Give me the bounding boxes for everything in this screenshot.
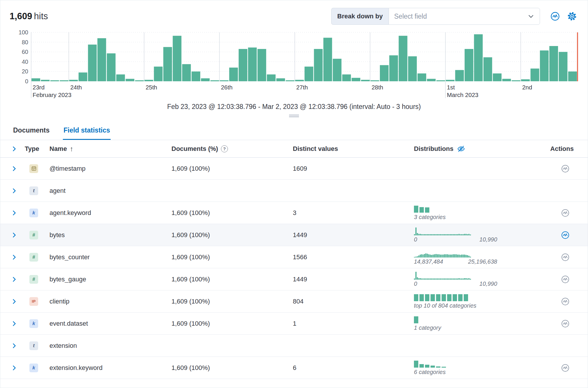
- explore-field-button[interactable]: [561, 209, 570, 217]
- expand-row-button[interactable]: [11, 364, 18, 371]
- expand-row-button[interactable]: [11, 232, 18, 239]
- field-documents-percent: 1,609 (100%): [167, 165, 288, 172]
- chevron-right-icon: [11, 343, 17, 349]
- table-header: Type Name ↑ Documents (%) ? Distinct val…: [0, 140, 588, 158]
- histogram-sparkline-bar: [444, 234, 445, 235]
- top-values-sparkline: 3 categories: [414, 205, 446, 221]
- expand-row-button[interactable]: [11, 187, 18, 194]
- svg-text:0: 0: [25, 78, 28, 84]
- edit-visualization-button[interactable]: [549, 10, 562, 23]
- histogram-bar: [50, 80, 59, 81]
- histogram-sparkline-bar: [414, 257, 415, 258]
- svg-text:20: 20: [22, 68, 28, 75]
- field-table-body: @timestamp1,609 (100%)1609tagentkagent.k…: [0, 158, 588, 379]
- expand-row-button[interactable]: [11, 254, 18, 261]
- help-icon[interactable]: ?: [221, 145, 228, 152]
- expand-row-button[interactable]: [11, 165, 18, 172]
- histogram-sparkline-bar: [453, 234, 454, 235]
- category-bar: [419, 294, 424, 301]
- histogram-sparkline-bar: [421, 234, 422, 235]
- histogram-sparkline-bar: [427, 254, 428, 258]
- field-distribution: 010,990: [409, 227, 548, 243]
- topbar: 1,609hits Break down by Select field: [0, 0, 588, 25]
- expand-row-button[interactable]: [11, 209, 18, 216]
- explore-field-button[interactable]: [561, 253, 570, 262]
- chart-resize-handle[interactable]: [289, 115, 299, 117]
- breakdown-field-select[interactable]: Select field: [389, 8, 540, 25]
- histogram-sparkline-bar: [421, 278, 422, 280]
- field-documents-percent: 1,609 (100%): [167, 364, 288, 372]
- explore-field-button[interactable]: [561, 164, 570, 173]
- table-row: #bytes_gauge1,609 (100%)1449010,990: [0, 268, 588, 290]
- histogram-bar: [173, 36, 181, 81]
- field-stats-chart-icon: [561, 164, 570, 173]
- histogram-bar: [474, 34, 483, 81]
- explore-field-button[interactable]: [561, 364, 570, 372]
- expand-all-button[interactable]: [11, 145, 18, 152]
- explore-field-button[interactable]: [561, 297, 570, 306]
- histogram-sparkline-bar: [424, 254, 425, 258]
- histogram-sparkline-bar: [461, 278, 462, 280]
- histogram-sparkline-bar: [467, 234, 468, 235]
- field-distribution: 010,990: [409, 271, 548, 287]
- distribution-min-label: 0: [414, 236, 417, 243]
- eye-off-icon[interactable]: [457, 145, 465, 153]
- number-field-icon: #: [29, 253, 38, 262]
- histogram-bar: [276, 78, 285, 81]
- histogram-sparkline-bar: [415, 227, 417, 235]
- histogram-sparkline-bar: [441, 278, 442, 280]
- histogram-sparkline-bar: [425, 278, 426, 280]
- explore-field-button[interactable]: [561, 231, 570, 239]
- field-distribution: 6 categories: [409, 360, 548, 375]
- histogram-bar: [389, 55, 398, 81]
- histogram-bar: [521, 79, 530, 81]
- histogram-bar: [559, 52, 568, 81]
- explore-field-button[interactable]: [561, 319, 570, 328]
- category-bar: [442, 367, 446, 368]
- histogram-sparkline-bar: [448, 255, 449, 258]
- col-header-name[interactable]: Name ↑: [45, 145, 167, 153]
- histogram-sparkline-bar: [435, 278, 437, 280]
- category-bar: [414, 294, 418, 301]
- sort-ascending-icon[interactable]: ↑: [70, 145, 73, 153]
- histogram-sparkline-bar: [428, 278, 429, 280]
- chart-settings-button[interactable]: [566, 10, 578, 23]
- tab-field-statistics[interactable]: Field statistics: [63, 121, 111, 140]
- view-tabs: Documents Field statistics: [0, 121, 588, 140]
- category-bar: [414, 316, 418, 323]
- histogram-bar: [258, 49, 266, 81]
- field-name: extension: [45, 342, 167, 350]
- hits-histogram-chart[interactable]: 02040608010023rdFebruary 202324th25th26t…: [10, 29, 578, 101]
- distribution-min-label: 0: [414, 281, 417, 287]
- expand-row-button[interactable]: [11, 320, 18, 327]
- histogram-sparkline-bar: [451, 234, 452, 235]
- category-bar: [414, 361, 418, 368]
- expand-row-button[interactable]: [11, 298, 18, 305]
- histogram-bar: [88, 45, 97, 81]
- chevron-right-icon: [11, 188, 17, 194]
- histogram-sparkline-bar: [434, 278, 435, 280]
- histogram-sparkline-bar: [456, 254, 457, 258]
- field-stats-chart-icon: [561, 319, 570, 328]
- histogram-sparkline-bar: [433, 278, 434, 280]
- histogram-sparkline-bar: [433, 234, 434, 235]
- histogram-sparkline-bar: [450, 255, 451, 258]
- histogram-sparkline-bar: [457, 234, 458, 235]
- histogram-sparkline-bar: [467, 278, 468, 280]
- histogram-sparkline-bar: [437, 234, 438, 235]
- histogram-sparkline-bar: [464, 234, 465, 235]
- histogram-sparkline-bar: [434, 254, 435, 258]
- histogram-sparkline-bar: [458, 255, 460, 258]
- histogram-bar: [295, 80, 304, 81]
- histogram-sparkline-bar: [464, 255, 465, 258]
- explore-field-button[interactable]: [561, 275, 570, 284]
- histogram-sparkline-bar: [423, 278, 424, 280]
- histogram-bar: [116, 75, 125, 82]
- tab-documents[interactable]: Documents: [13, 121, 50, 140]
- field-distinct-values: 6: [288, 364, 409, 372]
- category-bar: [458, 294, 463, 301]
- expand-row-button[interactable]: [11, 342, 18, 349]
- distribution-caption: 1 category: [414, 324, 441, 331]
- expand-row-button[interactable]: [11, 276, 18, 283]
- svg-text:27th: 27th: [296, 84, 308, 91]
